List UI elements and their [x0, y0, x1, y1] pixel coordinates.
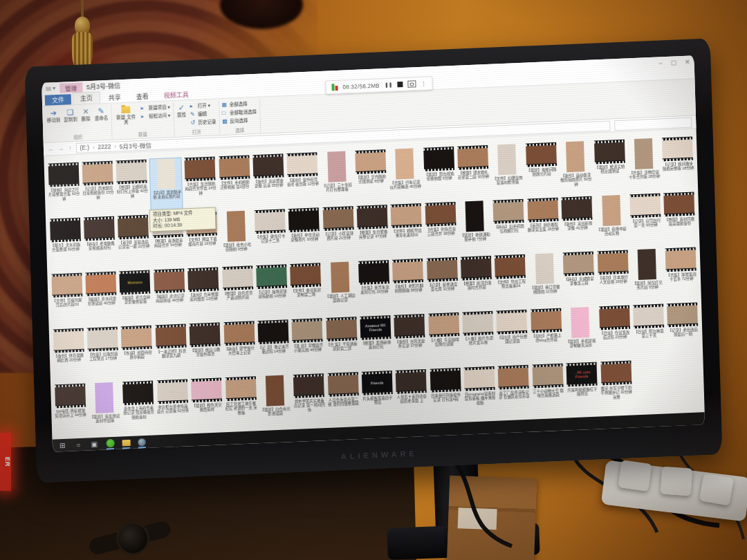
file-item[interactable]: 樱花 在写字楼下的午休散步记 30分钟完整 [599, 360, 634, 413]
up-icon[interactable]: ↑ [68, 144, 72, 151]
file-item[interactable]: 【备份】台风天窗外实录 37分钟 [393, 313, 427, 367]
file-item[interactable]: SM专区·西装褶皱熨烫演示上 44分钟 [53, 383, 88, 437]
file-item[interactable]: 【记录】三十条短片打包整理版 [320, 150, 354, 204]
file-item[interactable]: 【系列】烘焙教程翻录第五集 26分钟 [526, 197, 561, 251]
file-item[interactable]: 康先生上海商务差旅记录 陆家嘴夜景随拍素材 [122, 380, 156, 433]
screenshot-icon[interactable] [407, 80, 416, 87]
copy-to-button[interactable]: ❏复制到 [64, 107, 77, 122]
file-item[interactable]: 【文件】手机相册迁移视频 第3部分 [217, 154, 252, 208]
file-item[interactable]: 【合集】生活随拍两段合并导出 24分钟 [183, 156, 218, 209]
file-item[interactable]: 【整理】朋友婚礼花絮第二段 30分钟 [456, 144, 491, 198]
open-button[interactable]: ▸打开 ▾ [190, 101, 216, 109]
new-folder-button[interactable]: 新建 文件夹 [114, 104, 138, 124]
file-item[interactable]: Momoco【编辑】老光盘转录影像修复版 [118, 269, 153, 323]
breadcrumb-segment[interactable]: 2222 [98, 143, 111, 151]
file-item[interactable]: 【记录】周末厨房日常视频备份 15分钟 [81, 160, 116, 214]
file-item[interactable]: 【日常】阳台种菜第三十天 [631, 303, 666, 357]
breadcrumb-segment[interactable]: 5月3号-微信 [120, 140, 152, 150]
file-item[interactable]: 【整理】屋顶日落延时合并段 [459, 255, 494, 309]
tab-文件[interactable]: 文件 [45, 94, 71, 106]
file-item[interactable]: …FK·comFriends片尾鸣谢模板红字版预览 [565, 362, 600, 416]
file-item[interactable]: 【转存】老电脑搬家视频素材包 [82, 216, 117, 270]
file-item[interactable]: 【竖屏】旧仓库光影测试段 [258, 374, 293, 428]
file-item[interactable]: 【合集】行车记录仪片段精选 45分钟 [388, 147, 423, 201]
file-item[interactable]: 【孕妇】待产包整理记录篇 [495, 309, 530, 363]
file-item[interactable]: 【整理】素材回收站清理前备份 [663, 191, 697, 245]
forward-icon[interactable]: → [58, 145, 64, 152]
file-item[interactable]: 【记录】小区篮球赛片段 21分钟 [322, 205, 356, 259]
tab-共享[interactable]: 共享 [102, 92, 128, 104]
file-item[interactable]: 【记录】老街改造前最后一拍 [666, 301, 701, 355]
select-none-button[interactable]: □全部取消选择 [222, 108, 257, 116]
file-item[interactable]: 【竖屏】室内随拍光线测试 8分钟 [354, 149, 389, 203]
pause-icon[interactable]: ❚❚ [385, 82, 393, 88]
file-item[interactable]: 【合集】宠物日常十条合并版 28分钟 [627, 138, 661, 192]
file-item[interactable]: 【一本正经】科普翻录第九期 [154, 323, 189, 377]
file-item[interactable]: 日programs常素材混剪底稿 曲库未授权版 [463, 366, 497, 420]
file-item[interactable]: · · ·金店柜台黄金饰品盘点 记录版 52分钟 [156, 378, 190, 432]
file-item[interactable]: 【曝光】无水印版合集整理 60分钟 [48, 217, 83, 271]
file-item[interactable]: 人到五十系列访谈 街坊老李篇 上 [394, 368, 429, 422]
properties-button[interactable]: ✓属性 [176, 102, 187, 118]
file-item[interactable]: 【记录】自驾出行第一天 65分钟 [629, 193, 663, 247]
easy-access-button[interactable]: ▸轻松访问 ▾ [141, 111, 170, 120]
file-item[interactable]: 【编辑】茶水间监控测试段 40分钟 [84, 271, 119, 325]
file-item[interactable]: 【备份】运动会录像剪辑前原片 50分钟 [559, 140, 593, 194]
tab-视频工具[interactable]: 视频工具 [157, 89, 196, 101]
file-item[interactable]: 【人像】午后咖啡馆侧光试镜 [427, 312, 461, 366]
file-item[interactable]: 【房间】竖屏随手拍 走廊实拍片段 [149, 157, 184, 211]
file-item[interactable]: 【转存】亲戚婚宴录像第三段 [562, 251, 596, 305]
file-item[interactable]: 【文件】导出工程预览版本04 [494, 254, 528, 308]
file-item[interactable]: 【人像】胶片色调样片第11卷 [461, 310, 496, 364]
file-item[interactable]: Amateur RKFriends【整理】黑场转场素材打包 [359, 315, 394, 368]
start-icon[interactable]: ⊞ [58, 440, 67, 450]
wechat-icon[interactable] [105, 438, 114, 448]
select-all-button[interactable]: ▦全部选择 [222, 100, 257, 108]
file-item[interactable]: 【素材】仓库整理延时摄影 13分钟 [187, 266, 221, 320]
breadcrumb-segment[interactable]: (E:) [80, 144, 89, 151]
rename-button[interactable]: ✎重命名 [94, 106, 108, 121]
back-icon[interactable]: ← [48, 145, 54, 152]
file-item[interactable]: 【记录】操场足球训练航拍 19分钟 [255, 263, 289, 317]
file-item[interactable]: 三十小动物大赏 猫咪合辑挑选段 [531, 363, 566, 417]
file-item[interactable]: 人员仓库盘点第二组 监控回放整理段 [326, 371, 361, 425]
file-item[interactable]: 日本夜行列车窗外实录 打包第4段 [429, 367, 463, 421]
file-item[interactable]: 【竖屏】夜市小吃街随拍 9分钟 [219, 209, 254, 263]
file-item[interactable]: 【备份】单位活动录像原片 33分钟 [287, 207, 322, 261]
file-item[interactable]: 反工厂盘查演练记录 仓储区走位示意 [497, 364, 531, 418]
file-item[interactable]: 【合集】球赛集锦十五条 72分钟 [664, 246, 699, 300]
file-item[interactable]: 【竖屏】手机屏幕录制聊天演示 [564, 306, 598, 360]
search-input[interactable] [614, 117, 692, 131]
file-item[interactable]: 【备份】老照片翻拍视频版 58分钟 [391, 258, 426, 312]
move-to-button[interactable]: ➔移动到 [46, 108, 60, 123]
file-item[interactable]: 【竖屏】粉色天空晚霞延时 [190, 377, 224, 431]
file-item[interactable]: 【记录】晚间散步随拍完整版 18分钟 [661, 136, 696, 189]
file-item[interactable]: 【竖 屏】早樱盛开小路实拍 46分钟 [290, 317, 325, 371]
file-item[interactable]: 【整理】白色背景产品试拍片段 [221, 265, 255, 319]
file-item[interactable]: 【编辑】走访记录两段拼接 46分钟 [152, 268, 187, 321]
history-button[interactable]: ↺历史记录 [190, 118, 216, 126]
file-item[interactable]: 【竖屏】巷口早餐摊随拍 11分钟 [528, 252, 562, 306]
file-item[interactable]: 【记 录】笔记本开箱过程 14分钟 [257, 319, 291, 373]
file-item[interactable]: 【文件】相机导出未命名素材02 [389, 203, 424, 256]
file-item[interactable]: 【合 集】干货讲座录屏第二部 [324, 316, 359, 370]
file-item[interactable]: 【合集】夜景车流素材打包 25分钟 [357, 259, 391, 313]
file-item[interactable]: 【竖屏】阳台视角傍晚拍摄 6分钟 [422, 146, 456, 200]
file-item[interactable]: 【文件】旧硬盘恢复素材检查版 [490, 143, 525, 197]
search-icon[interactable]: ○ [74, 440, 83, 449]
file-item[interactable]: 【孕妇】产检路上的vlog合并段 [529, 308, 564, 362]
file-item[interactable]: 【旅拍】海边之行片段整理合集 60分钟 [47, 162, 82, 216]
file-item[interactable]: 【竖屏】晚自习教室窗外雨景 [188, 321, 223, 375]
file-item[interactable]: 【作废】旧版剪辑工程预览 17分钟 [86, 326, 120, 380]
explorer-icon[interactable] [121, 438, 130, 447]
close-button[interactable]: ✕ [685, 58, 690, 65]
file-item[interactable]: 【竖屏】楼道实拍稳定器测试 [593, 139, 627, 193]
minimize-button[interactable]: – [658, 59, 662, 66]
invert-selection-button[interactable]: ▩反向选择 [222, 116, 257, 124]
file-item[interactable]: 民工兄弟工地午餐纪实 老谭的一天 完整版 [224, 375, 259, 429]
file-item[interactable]: 【竖屏】渐变测试素材导出版 [87, 381, 122, 435]
file-item[interactable]: 【竖屏】展馆灯光秀片段 5分钟 [630, 248, 665, 301]
file-item[interactable]: 【备份】体育课跳绳比赛 20分钟 [52, 328, 86, 382]
file-item[interactable]: Friends片头模板黑底白字预览 [360, 370, 395, 424]
file-item[interactable]: 【日常】仓鼠笼改造过程 23分钟 [598, 305, 632, 359]
